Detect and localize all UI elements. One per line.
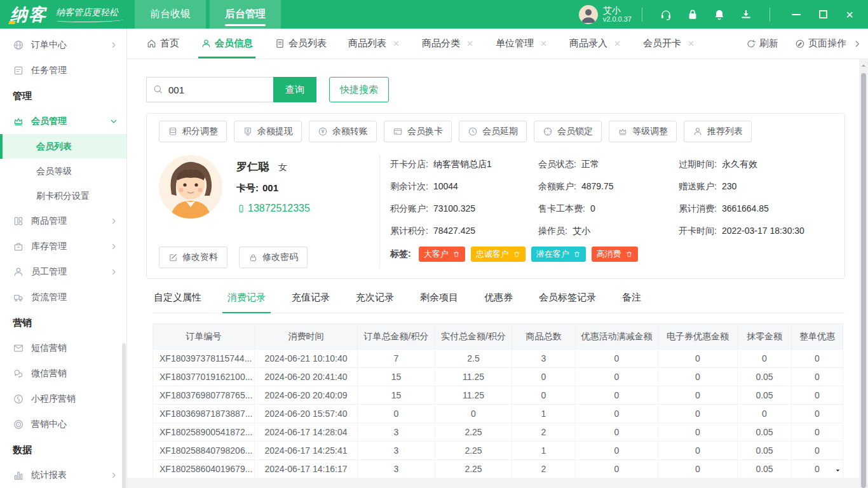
logo-accent bbox=[8, 21, 16, 24]
sidebar-item-members[interactable]: 会员管理 bbox=[0, 109, 126, 134]
table-row[interactable]: XF180377019162100...2024-06-20 20:41:401… bbox=[153, 368, 843, 386]
member-phone[interactable]: 13872512335 bbox=[236, 203, 310, 214]
sidebar-item-logistics[interactable]: 货流管理 bbox=[0, 285, 126, 310]
level-adjust-button[interactable]: 等级调整 bbox=[609, 121, 677, 142]
points-adjust-button[interactable]: 积分调整 bbox=[159, 121, 227, 142]
tab-coupons[interactable]: 优惠券 bbox=[483, 289, 514, 313]
query-button[interactable]: 查询 bbox=[273, 77, 316, 102]
goods-icon bbox=[13, 215, 24, 227]
balance-transfer-button[interactable]: 余额转账 bbox=[309, 121, 377, 142]
user-avatar[interactable] bbox=[579, 5, 598, 24]
tab-unit-management[interactable]: 单位管理 bbox=[496, 29, 548, 58]
table-cell: 0 bbox=[792, 349, 843, 368]
table-row[interactable]: XF180258604019679...2024-06-17 14:16:173… bbox=[153, 460, 843, 478]
topbar-right: 艾小 v2.0.0.37 × bbox=[579, 5, 860, 24]
close-icon[interactable] bbox=[687, 39, 695, 48]
tab-home[interactable]: 首页 bbox=[146, 29, 179, 58]
sidebar-item-wechat[interactable]: 微信营销 bbox=[0, 361, 126, 386]
close-icon[interactable] bbox=[539, 39, 548, 48]
close-icon[interactable] bbox=[613, 39, 621, 48]
customer-service-icon[interactable] bbox=[660, 8, 672, 21]
sidebar-item-orders[interactable]: 订单中心 bbox=[0, 32, 126, 58]
trash-icon[interactable] bbox=[573, 250, 581, 258]
sidebar: 订单中心 任务管理 管理 会员管理 会员列表 会员等级 刷卡积分设置 商品管理 … bbox=[0, 29, 127, 488]
app-slogan: 纳客管店更轻松 bbox=[56, 7, 118, 22]
edit-password-button[interactable]: 修改密码 bbox=[239, 247, 308, 268]
detail-card-fee: 售卡工本费:0 bbox=[538, 203, 639, 215]
vertical-scrollbar[interactable] bbox=[859, 59, 868, 488]
lock-icon bbox=[248, 253, 258, 262]
trash-icon[interactable] bbox=[452, 250, 460, 258]
chevron-right-icon bbox=[110, 41, 118, 49]
sidebar-item-miniprogram[interactable]: 小程序营销 bbox=[0, 386, 126, 412]
chevron-right-icon bbox=[110, 217, 118, 225]
sidebar-item-tasks[interactable]: 任务管理 bbox=[0, 58, 126, 83]
mode-tab-backoffice[interactable]: 后台管理 bbox=[210, 0, 281, 29]
tab-goods-list[interactable]: 商品列表 bbox=[348, 29, 400, 58]
minimize-button[interactable] bbox=[785, 5, 807, 24]
card-replace-button[interactable]: 会员换卡 bbox=[384, 121, 452, 142]
lock-icon[interactable] bbox=[686, 8, 699, 21]
member-basic: 罗仁聪 女 卡号:001 13872512335 bbox=[236, 155, 310, 219]
user-info[interactable]: 艾小 v2.0.0.37 bbox=[603, 5, 632, 24]
sidebar-item-goods[interactable]: 商品管理 bbox=[0, 208, 126, 234]
trash-icon[interactable] bbox=[625, 250, 633, 258]
table-row[interactable]: XF180258900541872...2024-06-17 14:28:043… bbox=[153, 423, 843, 442]
chevron-right-icon[interactable] bbox=[853, 39, 862, 48]
table-row[interactable]: XF180369871873887...2024-06-20 15:57:400… bbox=[153, 405, 843, 423]
page-ops-button[interactable]: 页面操作 bbox=[795, 37, 846, 50]
referral-list-button[interactable]: 推荐列表 bbox=[684, 121, 752, 142]
edit-profile-button[interactable]: 修改资料 bbox=[159, 247, 227, 268]
member-lock-button[interactable]: 会员锁定 bbox=[534, 121, 602, 142]
download-icon[interactable] bbox=[740, 8, 752, 21]
close-button[interactable]: × bbox=[839, 5, 860, 24]
miniprogram-icon bbox=[13, 393, 24, 405]
bell-icon[interactable] bbox=[713, 8, 726, 21]
tab-goods-category[interactable]: 商品分类 bbox=[422, 29, 474, 58]
tab-times-records[interactable]: 充次记录 bbox=[355, 289, 395, 313]
home-icon bbox=[146, 38, 157, 49]
tab-consumption-records[interactable]: 消费记录 bbox=[226, 289, 267, 313]
close-icon[interactable] bbox=[392, 39, 400, 48]
table-cell: XF180377019162100... bbox=[153, 368, 255, 386]
yen-circle-icon bbox=[318, 126, 328, 137]
member-extend-button[interactable]: 会员延期 bbox=[459, 121, 527, 142]
search-input[interactable] bbox=[146, 77, 273, 102]
table-cell: 3 bbox=[358, 442, 435, 460]
maximize-button[interactable] bbox=[812, 5, 834, 24]
trash-icon[interactable] bbox=[513, 250, 520, 258]
refresh-button[interactable]: 刷新 bbox=[746, 37, 778, 50]
sidebar-subitem-member-level[interactable]: 会员等级 bbox=[0, 159, 126, 184]
table-cell: 0.05 bbox=[738, 368, 792, 386]
sidebar-item-reports[interactable]: 统计报表 bbox=[0, 463, 126, 488]
close-icon[interactable] bbox=[466, 39, 474, 48]
tab-member-info[interactable]: 会员信息 bbox=[201, 29, 253, 58]
sidebar-subitem-card-points[interactable]: 刷卡积分设置 bbox=[0, 184, 126, 208]
table-scroll-down-icon[interactable] bbox=[834, 467, 841, 474]
tab-member-list[interactable]: 会员列表 bbox=[275, 29, 327, 58]
tab-remarks[interactable]: 备注 bbox=[621, 289, 642, 313]
table-row[interactable]: XF180376980778765...2024-06-20 20:40:091… bbox=[153, 386, 843, 405]
sidebar-item-marketing-center[interactable]: 营销中心 bbox=[0, 412, 126, 437]
tab-goods-entry[interactable]: 商品录入 bbox=[569, 29, 621, 58]
tab-member-card-open[interactable]: 会员开卡 bbox=[643, 29, 695, 58]
sidebar-item-staff[interactable]: 员工管理 bbox=[0, 259, 126, 285]
sidebar-item-sms[interactable]: 短信营销 bbox=[0, 336, 126, 361]
tab-remaining-items[interactable]: 剩余项目 bbox=[419, 289, 459, 313]
table-row[interactable]: XF180397378115744...2024-06-21 10:10:407… bbox=[153, 349, 843, 368]
tab-recharge-records[interactable]: 充值记录 bbox=[290, 289, 331, 313]
table-cell: 2024-06-17 14:25:41 bbox=[255, 442, 358, 460]
tab-member-tag-records[interactable]: 会员标签记录 bbox=[538, 289, 597, 313]
scrollbar-thumb[interactable] bbox=[861, 73, 866, 488]
quick-search-button[interactable]: 快捷搜索 bbox=[329, 77, 389, 102]
sidebar-scrollbar[interactable] bbox=[122, 343, 126, 488]
target-icon bbox=[13, 419, 24, 430]
balance-withdraw-button[interactable]: 余额提现 bbox=[234, 121, 302, 142]
tab-custom-attrs[interactable]: 自定义属性 bbox=[153, 289, 203, 313]
scroll-up-icon[interactable] bbox=[860, 62, 867, 69]
mode-tab-cashier[interactable]: 前台收银 bbox=[135, 0, 206, 29]
phone-icon bbox=[236, 204, 246, 214]
sidebar-subitem-member-list[interactable]: 会员列表 bbox=[0, 134, 126, 159]
table-row[interactable]: XF180258840798206...2024-06-17 14:25:413… bbox=[153, 442, 843, 460]
sidebar-item-inventory[interactable]: 库存管理 bbox=[0, 234, 126, 259]
